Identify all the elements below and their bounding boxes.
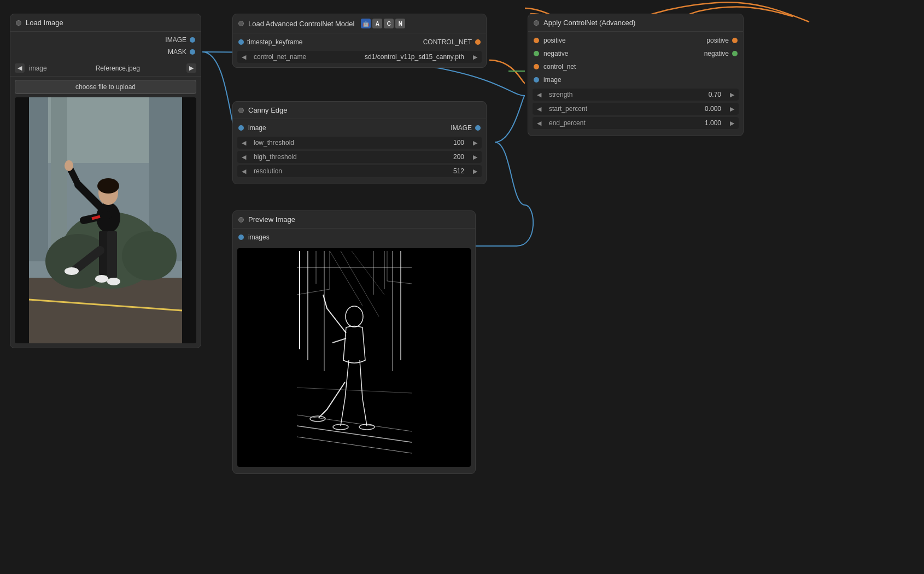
canny-edge-node: Canny Edge image IMAGE ◀ low_threshold 1… xyxy=(232,101,487,184)
badge-n: N xyxy=(395,19,405,28)
apply-controlnet-title: Apply ControlNet (Advanced) xyxy=(543,19,635,27)
strength-value: 0.70 xyxy=(576,91,726,98)
control-net-prev-btn[interactable]: ◀ xyxy=(237,51,250,63)
preview-image-node: Preview Image images xyxy=(232,210,476,474)
reference-image-svg xyxy=(15,97,196,343)
image-prev-btn[interactable]: ◀ xyxy=(15,63,25,73)
apply-controlnet-status-dot xyxy=(534,20,539,26)
low-threshold-next-btn[interactable]: ▶ xyxy=(469,137,482,149)
control-net-output-label: CONTROL_NET xyxy=(306,38,472,46)
canny-edge-header: Canny Edge xyxy=(233,102,486,119)
mask-output-connector xyxy=(190,49,195,55)
svg-point-20 xyxy=(95,275,108,283)
negative-row: negative negative xyxy=(528,47,743,60)
positive-output-label: positive xyxy=(566,37,729,44)
start-percent-value: 0.000 xyxy=(590,105,726,113)
negative-output-label: negative xyxy=(568,50,729,57)
preview-title: Preview Image xyxy=(248,215,295,224)
control-net-row: control_net xyxy=(528,60,743,73)
canny-image-output-connector xyxy=(475,125,481,131)
low-threshold-label: low_threshold xyxy=(250,137,297,149)
svg-point-15 xyxy=(65,160,73,171)
timestep-input-connector xyxy=(238,39,244,45)
svg-point-9 xyxy=(122,231,177,280)
apply-controlnet-node: Apply ControlNet (Advanced) positive pos… xyxy=(528,14,744,136)
high-threshold-row[interactable]: ◀ high_threshold 200 ▶ xyxy=(237,151,482,163)
resolution-value: 512 xyxy=(285,167,469,175)
mask-output-row: MASK xyxy=(10,46,201,58)
end-percent-value: 1.000 xyxy=(589,119,726,127)
end-percent-next-btn[interactable]: ▶ xyxy=(726,118,739,129)
strength-next-btn[interactable]: ▶ xyxy=(726,89,739,101)
controlnet-title: Load Advanced ControlNet Model xyxy=(248,20,354,28)
image-filename: Reference.jpeg xyxy=(51,65,184,72)
high-threshold-label: high_threshold xyxy=(250,151,300,163)
high-threshold-prev-btn[interactable]: ◀ xyxy=(237,151,250,163)
images-input-row: images xyxy=(233,231,475,244)
badge-a: A xyxy=(372,19,382,28)
image-input-row: image xyxy=(528,73,743,86)
canny-preview-svg xyxy=(297,251,412,464)
control-net-input-connector xyxy=(534,64,539,69)
image-label: image xyxy=(27,65,49,72)
images-input-label: images xyxy=(248,233,270,241)
svg-rect-24 xyxy=(297,251,412,464)
control-net-output-connector xyxy=(475,39,481,45)
negative-input-connector xyxy=(534,51,539,56)
end-percent-label: end_percent xyxy=(546,117,589,129)
preview-status-dot xyxy=(238,217,244,222)
image-output-row: IMAGE xyxy=(10,34,201,46)
low-threshold-prev-btn[interactable]: ◀ xyxy=(237,137,250,149)
start-percent-label: start_percent xyxy=(546,103,590,115)
timestep-label: timestep_keyframe xyxy=(247,38,302,46)
positive-input-label: positive xyxy=(543,37,566,44)
svg-rect-19 xyxy=(107,231,117,278)
svg-point-21 xyxy=(107,278,120,285)
resolution-row[interactable]: ◀ resolution 512 ▶ xyxy=(237,165,482,177)
control-net-param-label: control_net_name xyxy=(250,51,309,63)
control-net-name-row[interactable]: ◀ control_net_name sd1/control_v11p_sd15… xyxy=(237,51,482,63)
canny-image-input-connector xyxy=(238,125,244,131)
svg-rect-3 xyxy=(51,97,67,250)
upload-button[interactable]: choose file to upload xyxy=(15,80,196,94)
low-threshold-value: 100 xyxy=(297,139,469,147)
image-input-connector xyxy=(534,77,539,83)
resolution-prev-btn[interactable]: ◀ xyxy=(237,166,250,177)
svg-point-12 xyxy=(97,178,119,194)
end-percent-prev-btn[interactable]: ◀ xyxy=(533,118,546,129)
svg-rect-2 xyxy=(29,97,48,261)
apply-controlnet-header: Apply ControlNet (Advanced) xyxy=(528,14,743,32)
control-net-param-value: sd1/control_v11p_sd15_canny.pth xyxy=(309,53,469,61)
load-image-status-dot xyxy=(16,20,21,26)
strength-prev-btn[interactable]: ◀ xyxy=(533,89,546,101)
controlnet-model-header: Load Advanced ControlNet Model 🤖 A C N xyxy=(233,14,486,33)
svg-point-23 xyxy=(65,267,79,275)
resolution-next-btn[interactable]: ▶ xyxy=(469,166,482,177)
start-percent-next-btn[interactable]: ▶ xyxy=(726,103,739,115)
canny-title: Canny Edge xyxy=(248,106,288,114)
preview-image-header: Preview Image xyxy=(233,211,475,229)
canny-edge-preview xyxy=(237,248,471,467)
canny-image-label: image xyxy=(248,124,266,132)
image-output-connector xyxy=(190,37,195,43)
image-selector[interactable]: ◀ image Reference.jpeg ▶ xyxy=(10,60,201,77)
low-threshold-row[interactable]: ◀ low_threshold 100 ▶ xyxy=(237,137,482,149)
resolution-label: resolution xyxy=(250,165,285,177)
strength-row[interactable]: ◀ strength 0.70 ▶ xyxy=(533,89,739,101)
start-percent-row[interactable]: ◀ start_percent 0.000 ▶ xyxy=(533,103,739,115)
image-next-btn[interactable]: ▶ xyxy=(186,63,196,73)
image-input-label: image xyxy=(543,76,562,84)
positive-output-connector xyxy=(732,38,738,43)
mask-output-label: MASK xyxy=(168,48,186,56)
images-input-connector xyxy=(238,235,244,240)
canny-image-output-label: IMAGE xyxy=(266,124,472,132)
negative-output-connector xyxy=(732,51,738,56)
negative-input-label: negative xyxy=(543,50,568,57)
header-badges: 🤖 A C N xyxy=(361,19,405,28)
start-percent-prev-btn[interactable]: ◀ xyxy=(533,103,546,115)
end-percent-row[interactable]: ◀ end_percent 1.000 ▶ xyxy=(533,117,739,129)
control-net-next-btn[interactable]: ▶ xyxy=(469,51,482,63)
control-net-input-label: control_net xyxy=(543,63,576,71)
high-threshold-next-btn[interactable]: ▶ xyxy=(469,151,482,163)
badge-robot: 🤖 xyxy=(361,19,371,28)
